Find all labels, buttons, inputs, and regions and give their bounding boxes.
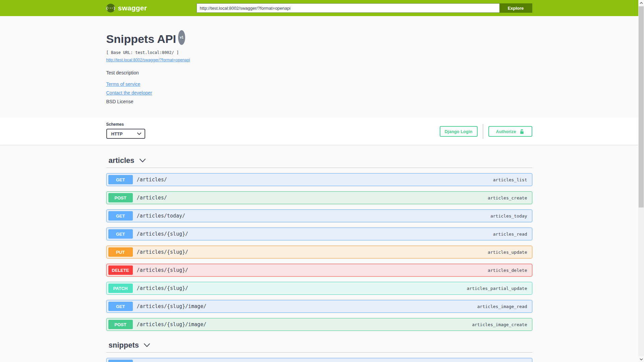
scheme-select[interactable]: HTTP (106, 129, 145, 139)
method-badge: PUT (108, 247, 133, 257)
base-url: [ Base URL: test.local:8002/ ] (106, 50, 532, 55)
api-info-section: Snippets APIv1 [ Base URL: test.local:80… (0, 16, 638, 118)
auth-wrapper: Django Login Authorize (440, 124, 532, 139)
operation-id: articles_delete (488, 268, 527, 273)
schemes-block: Schemes HTTP (106, 122, 145, 139)
tag-section-snippets: snippetsGET/snippets/snippets_list (106, 341, 532, 362)
tag-title: articles (109, 156, 135, 165)
schemes-label: Schemes (106, 122, 145, 127)
spec-url-input[interactable] (197, 3, 499, 13)
method-badge: DELETE (108, 265, 133, 275)
operation-path: /articles/today/ (137, 213, 185, 219)
operation-path: /articles/{slug}/image/ (137, 321, 207, 327)
tag-section-articles: articlesGET/articles/articles_listPOST/a… (106, 156, 532, 331)
opblock-articles_image_create[interactable]: POST/articles/{slug}/image/articles_imag… (106, 318, 532, 331)
api-title-text: Snippets API (106, 33, 176, 45)
method-badge: POST (108, 320, 133, 329)
operation-path: /articles/{slug}/ (137, 231, 189, 237)
api-description: Test description (106, 70, 532, 75)
opblock-snippets_list[interactable]: GET/snippets/snippets_list (106, 358, 532, 362)
operation-path: /articles/ (137, 177, 167, 183)
authorize-button[interactable]: Authorize (488, 126, 532, 137)
swagger-logo: {···} swagger (106, 4, 147, 12)
spec-link[interactable]: http://test.local:8002/swagger/?format=o… (106, 58, 190, 62)
method-badge: POST (108, 193, 133, 202)
chevron-down-icon (144, 343, 150, 348)
tag-divider (106, 352, 532, 353)
operations-sections: articlesGET/articles/articles_listPOST/a… (106, 156, 532, 362)
operation-path: /articles/{slug}/image/ (137, 303, 207, 309)
operations-main: articlesGET/articles/articles_listPOST/a… (0, 145, 638, 362)
opblock-articles_image_read[interactable]: GET/articles/{slug}/image/articles_image… (106, 300, 532, 313)
method-badge: GET (108, 229, 133, 239)
opblock-articles_read[interactable]: GET/articles/{slug}/articles_read (106, 228, 532, 240)
brand-name: swagger (118, 4, 147, 12)
contact-developer-link[interactable]: Contact the developer (106, 90, 152, 96)
explore-form: Explore (197, 3, 532, 13)
scrollbar-up-arrow-icon[interactable] (638, 0, 644, 6)
api-title: Snippets APIv1 (106, 33, 532, 48)
topbar: {···} swagger Explore (0, 0, 638, 16)
method-badge: GET (108, 360, 133, 362)
unlock-icon (520, 129, 524, 134)
license-text: BSD License (106, 99, 532, 104)
operation-id: articles_today (490, 214, 527, 219)
version-badge: v1 (178, 30, 185, 45)
tag-divider (106, 168, 532, 168)
explore-button[interactable]: Explore (499, 3, 532, 13)
tag-header-snippets[interactable]: snippets (106, 341, 532, 350)
operation-path: /articles/{slug}/ (137, 285, 189, 291)
scrollbar-thumb[interactable] (639, 6, 644, 207)
auth-divider (483, 124, 483, 139)
tag-title: snippets (109, 341, 139, 350)
operation-id: articles_update (488, 250, 527, 255)
operation-id: articles_partial_update (467, 286, 527, 291)
django-login-button[interactable]: Django Login (440, 126, 478, 137)
method-badge: GET (108, 175, 133, 184)
authorize-label: Authorize (496, 129, 516, 134)
scheme-container: Schemes HTTP Django Login Authorize (0, 118, 638, 145)
tag-header-articles[interactable]: articles (106, 156, 532, 165)
method-badge: GET (108, 302, 133, 311)
scheme-selected-value: HTTP (111, 131, 123, 136)
terms-of-service-link[interactable]: Terms of service (106, 81, 141, 87)
operation-id: articles_create (488, 195, 527, 200)
opblock-articles_update[interactable]: PUT/articles/{slug}/articles_update (106, 246, 532, 258)
swagger-ui-page: {···} swagger Explore Snippets APIv1 [ B… (0, 0, 638, 362)
chevron-down-icon (137, 132, 141, 135)
operation-id: articles_read (493, 232, 527, 237)
operation-path: /articles/{slug}/ (137, 249, 189, 255)
opblock-articles_delete[interactable]: DELETE/articles/{slug}/articles_delete (106, 264, 532, 277)
chevron-down-icon (139, 158, 146, 163)
swagger-logo-icon: {···} (106, 4, 115, 12)
operation-id: articles_image_create (472, 322, 527, 327)
scrollbar-down-arrow-icon[interactable] (638, 356, 644, 362)
opblock-articles_list[interactable]: GET/articles/articles_list (106, 173, 532, 186)
vertical-scrollbar[interactable] (638, 0, 644, 362)
operation-id: articles_image_read (477, 304, 527, 309)
method-badge: GET (108, 211, 133, 221)
opblock-articles_create[interactable]: POST/articles/articles_create (106, 191, 532, 204)
operation-id: articles_list (493, 177, 527, 182)
operation-path: /articles/{slug}/ (137, 267, 189, 273)
method-badge: PATCH (108, 284, 133, 293)
opblock-articles_partial_update[interactable]: PATCH/articles/{slug}/articles_partial_u… (106, 282, 532, 295)
opblock-articles_today[interactable]: GET/articles/today/articles_today (106, 209, 532, 222)
operation-path: /articles/ (137, 195, 167, 201)
